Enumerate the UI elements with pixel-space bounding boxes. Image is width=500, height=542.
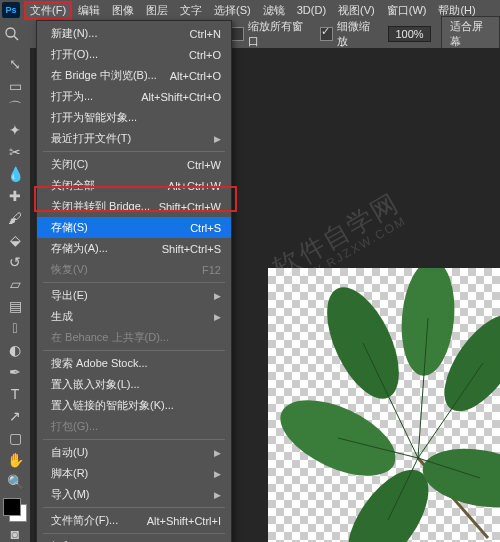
menu-item-存储S[interactable]: 存储(S)Ctrl+S — [37, 217, 231, 238]
submenu-arrow-icon: ▶ — [214, 134, 221, 144]
menu-item-shortcut: Ctrl+N — [190, 28, 221, 40]
menu-item-关闭全部[interactable]: 关闭全部Alt+Ctrl+W — [37, 175, 231, 196]
menu-item-在Bridge中浏览B[interactable]: 在 Bridge 中浏览(B)...Alt+Ctrl+O — [37, 65, 231, 86]
toolbar: ⤡▭⌒✦✂💧✚🖌⬙↺▱▤𓈒◐✒T↗▢✋🔍◙⊞ — [0, 48, 30, 542]
menu-item-label: 自动(U) — [51, 445, 88, 460]
tool-hand[interactable]: ✋ — [4, 450, 26, 470]
menu-item-label: 文件简介(F)... — [51, 513, 118, 528]
menu-选择S[interactable]: 选择(S) — [208, 1, 257, 20]
menu-item-shortcut: Alt+Ctrl+O — [170, 70, 221, 82]
menu-item-在Behance上共享D: 在 Behance 上共享(D)... — [37, 327, 231, 348]
tool-blur[interactable]: 𓈒 — [4, 318, 26, 338]
menu-item-导入M[interactable]: 导入(M)▶ — [37, 484, 231, 505]
menu-窗口W[interactable]: 窗口(W) — [381, 1, 433, 20]
tool-zoom[interactable]: 🔍 — [4, 472, 26, 492]
menu-item-自动U[interactable]: 自动(U)▶ — [37, 442, 231, 463]
menu-item-label: 存储(S) — [51, 220, 88, 235]
menu-item-label: 新建(N)... — [51, 26, 97, 41]
tool-healing[interactable]: ✚ — [4, 186, 26, 206]
menu-item-label: 导出(E) — [51, 288, 88, 303]
menu-滤镜[interactable]: 滤镜 — [257, 1, 291, 20]
menu-item-label: 打包(G)... — [51, 419, 98, 434]
tool-eraser[interactable]: ▱ — [4, 274, 26, 294]
menu-item-最近打开文件T[interactable]: 最近打开文件(T)▶ — [37, 128, 231, 149]
tool-gradient[interactable]: ▤ — [4, 296, 26, 316]
zoom-value[interactable]: 100% — [388, 26, 430, 42]
tool-type[interactable]: T — [4, 384, 26, 404]
submenu-arrow-icon: ▶ — [214, 469, 221, 479]
checkbox-checked-icon[interactable] — [320, 27, 333, 41]
svg-line-1 — [14, 36, 18, 40]
color-swatches[interactable] — [3, 498, 27, 522]
tool-stamp[interactable]: ⬙ — [4, 230, 26, 250]
menu-item-label: 生成 — [51, 309, 73, 324]
menu-item-label: 打开为... — [51, 89, 93, 104]
menu-item-label: 导入(M) — [51, 487, 90, 502]
fit-screen-button[interactable]: 适合屏幕 — [441, 16, 500, 52]
tool-wand[interactable]: ✦ — [4, 120, 26, 140]
menu-item-shortcut: Shift+Ctrl+S — [162, 243, 221, 255]
menu-item-label: 在 Bridge 中浏览(B)... — [51, 68, 157, 83]
ps-logo-icon: Ps — [2, 2, 20, 18]
menu-item-label: 打开(O)... — [51, 47, 98, 62]
menu-separator — [43, 282, 225, 283]
menu-item-脚本R[interactable]: 脚本(R)▶ — [37, 463, 231, 484]
tool-path[interactable]: ↗ — [4, 406, 26, 426]
checkbox-icon[interactable] — [231, 27, 244, 41]
tool-dodge[interactable]: ◐ — [4, 340, 26, 360]
menu-item-label: 恢复(V) — [51, 262, 88, 277]
quickmask-icon[interactable]: ◙ — [4, 524, 26, 542]
menu-item-label: 脚本(R) — [51, 466, 88, 481]
scrubby-zoom-option[interactable]: 细微缩放 — [320, 19, 378, 49]
menu-编辑[interactable]: 编辑 — [72, 1, 106, 20]
menu-item-搜索AdobeStock[interactable]: 搜索 Adobe Stock... — [37, 353, 231, 374]
menu-item-打开为智能对象[interactable]: 打开为智能对象... — [37, 107, 231, 128]
menu-文件F[interactable]: 文件(F) — [24, 1, 72, 20]
leaf-image — [268, 268, 500, 542]
menu-item-label: 打开为智能对象... — [51, 110, 137, 125]
menu-item-shortcut: Alt+Shift+Ctrl+O — [141, 91, 221, 103]
menu-item-关闭C[interactable]: 关闭(C)Ctrl+W — [37, 154, 231, 175]
menu-item-文件简介F[interactable]: 文件简介(F)...Alt+Shift+Ctrl+I — [37, 510, 231, 531]
menu-item-导出E[interactable]: 导出(E)▶ — [37, 285, 231, 306]
menu-item-置入链接的智能对象K[interactable]: 置入链接的智能对象(K)... — [37, 395, 231, 416]
menu-item-存储为A[interactable]: 存储为(A)...Shift+Ctrl+S — [37, 238, 231, 259]
tool-eyedropper[interactable]: 💧 — [4, 164, 26, 184]
tool-marquee[interactable]: ▭ — [4, 76, 26, 96]
menu-item-label: 搜索 Adobe Stock... — [51, 356, 148, 371]
menu-图层[interactable]: 图层 — [140, 1, 174, 20]
menu-item-关闭并转到Bridge[interactable]: 关闭并转到 Bridge...Shift+Ctrl+W — [37, 196, 231, 217]
menu-item-打开为[interactable]: 打开为...Alt+Shift+Ctrl+O — [37, 86, 231, 107]
zoom-all-windows-option[interactable]: 缩放所有窗口 — [231, 19, 310, 49]
menu-separator — [43, 533, 225, 534]
menu-视图V[interactable]: 视图(V) — [332, 1, 381, 20]
tool-move[interactable]: ⤡ — [4, 54, 26, 74]
foreground-swatch[interactable] — [3, 498, 21, 516]
menu-item-label: 置入嵌入对象(L)... — [51, 377, 140, 392]
menu-item-shortcut: Alt+Shift+Ctrl+I — [147, 515, 221, 527]
zoom-tool-icon — [4, 25, 21, 43]
menu-item-置入嵌入对象L[interactable]: 置入嵌入对象(L)... — [37, 374, 231, 395]
tool-lasso[interactable]: ⌒ — [4, 98, 26, 118]
tool-crop[interactable]: ✂ — [4, 142, 26, 162]
submenu-arrow-icon: ▶ — [214, 448, 221, 458]
menu-item-shortcut: Ctrl+S — [190, 222, 221, 234]
tool-rectangle[interactable]: ▢ — [4, 428, 26, 448]
menu-item-shortcut: Ctrl+O — [189, 49, 221, 61]
menu-图像[interactable]: 图像 — [106, 1, 140, 20]
menu-separator — [43, 151, 225, 152]
tool-history[interactable]: ↺ — [4, 252, 26, 272]
menu-DD[interactable]: 3D(D) — [291, 2, 332, 18]
menu-文字[interactable]: 文字 — [174, 1, 208, 20]
menu-item-打印P[interactable]: 打印(P)...Ctrl+P — [37, 536, 231, 542]
menu-item-label: 在 Behance 上共享(D)... — [51, 330, 169, 345]
menu-separator — [43, 507, 225, 508]
menu-item-打开O[interactable]: 打开(O)...Ctrl+O — [37, 44, 231, 65]
tool-brush[interactable]: 🖌 — [4, 208, 26, 228]
menu-item-打包G: 打包(G)... — [37, 416, 231, 437]
menu-item-生成[interactable]: 生成▶ — [37, 306, 231, 327]
tool-pen[interactable]: ✒ — [4, 362, 26, 382]
menu-item-新建N[interactable]: 新建(N)...Ctrl+N — [37, 23, 231, 44]
menu-item-label: 关闭(C) — [51, 157, 88, 172]
menu-item-label: 最近打开文件(T) — [51, 131, 131, 146]
